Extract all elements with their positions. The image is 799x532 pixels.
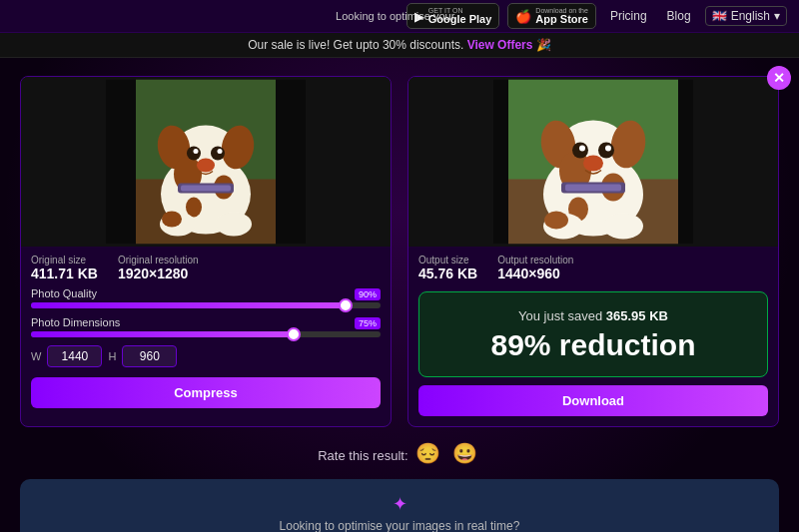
dimensions-label: Photo Dimensions xyxy=(31,316,381,328)
original-image xyxy=(21,77,391,247)
output-size-label: Output size xyxy=(418,255,477,266)
sad-emoji[interactable]: 😔 xyxy=(415,442,440,464)
close-button[interactable]: ✕ xyxy=(767,66,791,90)
savings-box: You just saved 365.95 KB 89% reduction xyxy=(418,291,768,377)
original-dog-image xyxy=(106,80,306,245)
original-info: Original size 411.71 KB Original resolut… xyxy=(21,247,391,283)
output-size-value: 45.76 KB xyxy=(418,266,477,281)
quality-percent: 90% xyxy=(355,288,381,300)
sale-emoji: 🎉 xyxy=(536,38,551,52)
app-store-btn[interactable]: 🍎 Download on the App Store xyxy=(507,3,596,29)
dimensions-slider-track: 75% xyxy=(31,331,381,337)
cta-text: Looking to optimise your images in real … xyxy=(40,519,759,532)
svg-point-43 xyxy=(544,212,568,230)
svg-rect-2 xyxy=(276,80,306,245)
comparison-container: Original size 411.71 KB Original resolut… xyxy=(20,76,779,427)
chevron-down-icon: ▾ xyxy=(774,9,780,23)
view-offers-link[interactable]: View Offers xyxy=(467,38,533,52)
language-selector[interactable]: 🇬🇧 English ▾ xyxy=(705,6,787,26)
original-res-label: Original resolution xyxy=(118,255,199,266)
svg-point-42 xyxy=(603,214,643,240)
dimensions-slider-fill: 75% xyxy=(31,331,294,337)
original-size-value: 411.71 KB xyxy=(31,266,98,281)
rating-row: Rate this result: 😔 😀 xyxy=(20,441,779,465)
svg-point-11 xyxy=(186,198,202,218)
savings-amount: 365.95 KB xyxy=(606,308,668,323)
original-size-label: Original size xyxy=(31,255,98,266)
navbar: Looking to optimise your... ▶ GET IT ON … xyxy=(0,0,799,33)
sale-text: Our sale is live! Get upto 30% discounts… xyxy=(248,38,463,52)
svg-point-13 xyxy=(211,147,225,161)
dimensions-percent: 75% xyxy=(355,317,381,329)
output-info: Output size 45.76 KB Output resolution 1… xyxy=(408,247,778,283)
sale-banner: Our sale is live! Get upto 30% discounts… xyxy=(0,33,799,58)
svg-rect-18 xyxy=(181,186,231,192)
svg-rect-40 xyxy=(565,185,621,192)
rating-label: Rate this result: xyxy=(318,448,407,463)
svg-point-21 xyxy=(162,212,182,228)
svg-point-16 xyxy=(197,159,215,173)
cta-banner: ✦ Looking to optimise your images in rea… xyxy=(20,479,779,532)
svg-point-20 xyxy=(216,213,252,237)
quality-slider-fill: 90% xyxy=(31,302,346,308)
compress-button[interactable]: Compress xyxy=(31,377,381,408)
flag-icon: 🇬🇧 xyxy=(712,9,727,23)
svg-rect-24 xyxy=(678,80,693,245)
svg-point-36 xyxy=(579,146,585,152)
blog-link[interactable]: Blog xyxy=(661,9,697,23)
quality-slider-thumb[interactable] xyxy=(339,298,353,312)
svg-rect-23 xyxy=(493,80,508,245)
savings-text: You just saved 365.95 KB xyxy=(518,308,668,323)
svg-point-37 xyxy=(605,146,611,152)
quality-label: Photo Quality xyxy=(31,287,381,299)
svg-point-14 xyxy=(194,149,199,154)
lang-label: English xyxy=(731,9,770,23)
panel-controls: Photo Quality 90% Photo Dimensions 75% W xyxy=(21,283,391,412)
svg-point-15 xyxy=(218,149,223,154)
savings-reduction: 89% reduction xyxy=(433,328,753,362)
output-dog-image xyxy=(493,80,693,245)
main-content: ✕ xyxy=(0,58,799,532)
output-panel: Output size 45.76 KB Output resolution 1… xyxy=(407,76,779,427)
height-label: H xyxy=(108,350,116,362)
app-store-label-big: App Store xyxy=(535,14,588,25)
width-label: W xyxy=(31,350,41,362)
original-res-value: 1920×1280 xyxy=(118,266,199,281)
svg-point-12 xyxy=(187,147,201,161)
output-res-label: Output resolution xyxy=(497,255,573,266)
apple-icon: 🍎 xyxy=(515,9,531,24)
pricing-link[interactable]: Pricing xyxy=(604,9,653,23)
svg-point-38 xyxy=(583,156,603,172)
output-image xyxy=(408,77,778,247)
svg-rect-1 xyxy=(106,80,136,245)
output-res-value: 1440×960 xyxy=(497,266,573,281)
dimensions-inputs: W H xyxy=(31,345,381,367)
cta-icon: ✦ xyxy=(40,493,759,515)
original-panel: Original size 411.71 KB Original resolut… xyxy=(20,76,392,427)
dimensions-slider-thumb[interactable] xyxy=(287,327,301,341)
download-button[interactable]: Download xyxy=(418,385,768,416)
happy-emoji[interactable]: 😀 xyxy=(452,442,477,464)
navbar-promo: Looking to optimise your... xyxy=(336,10,463,22)
quality-slider-track: 90% xyxy=(31,302,381,308)
height-input[interactable] xyxy=(122,345,177,367)
width-input[interactable] xyxy=(47,345,102,367)
